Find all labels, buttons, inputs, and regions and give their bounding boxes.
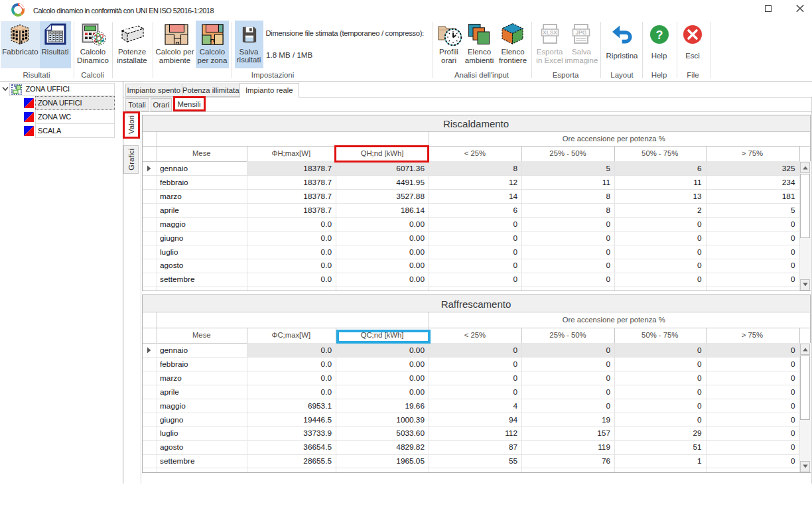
svg-text:?: ? [656, 29, 663, 42]
svg-text:JPG: JPG [576, 29, 587, 36]
svg-text:XLSX: XLSX [543, 29, 557, 36]
